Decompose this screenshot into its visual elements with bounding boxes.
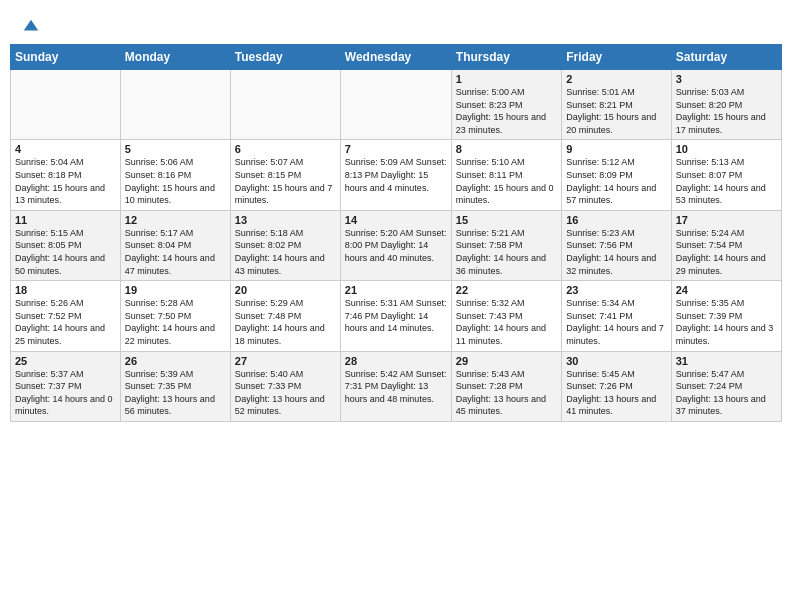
day-number: 16 <box>566 214 666 226</box>
calendar-week-row: 4Sunrise: 5:04 AM Sunset: 8:18 PM Daylig… <box>11 140 782 210</box>
day-number: 27 <box>235 355 336 367</box>
calendar-cell: 10Sunrise: 5:13 AM Sunset: 8:07 PM Dayli… <box>671 140 781 210</box>
day-info: Sunrise: 5:32 AM Sunset: 7:43 PM Dayligh… <box>456 297 557 347</box>
day-info: Sunrise: 5:17 AM Sunset: 8:04 PM Dayligh… <box>125 227 226 277</box>
calendar-cell: 31Sunrise: 5:47 AM Sunset: 7:24 PM Dayli… <box>671 351 781 421</box>
column-header-thursday: Thursday <box>451 45 561 70</box>
day-info: Sunrise: 5:10 AM Sunset: 8:11 PM Dayligh… <box>456 156 557 206</box>
day-number: 8 <box>456 143 557 155</box>
calendar-cell: 23Sunrise: 5:34 AM Sunset: 7:41 PM Dayli… <box>562 281 671 351</box>
column-header-friday: Friday <box>562 45 671 70</box>
day-info: Sunrise: 5:20 AM Sunset: 8:00 PM Dayligh… <box>345 227 447 265</box>
calendar-cell: 1Sunrise: 5:00 AM Sunset: 8:23 PM Daylig… <box>451 70 561 140</box>
page-header <box>10 10 782 40</box>
column-header-saturday: Saturday <box>671 45 781 70</box>
day-info: Sunrise: 5:28 AM Sunset: 7:50 PM Dayligh… <box>125 297 226 347</box>
day-number: 10 <box>676 143 777 155</box>
logo-icon <box>22 18 40 36</box>
day-number: 7 <box>345 143 447 155</box>
calendar-cell <box>340 70 451 140</box>
calendar-cell: 4Sunrise: 5:04 AM Sunset: 8:18 PM Daylig… <box>11 140 121 210</box>
day-info: Sunrise: 5:04 AM Sunset: 8:18 PM Dayligh… <box>15 156 116 206</box>
calendar-cell: 29Sunrise: 5:43 AM Sunset: 7:28 PM Dayli… <box>451 351 561 421</box>
day-number: 2 <box>566 73 666 85</box>
day-number: 13 <box>235 214 336 226</box>
day-info: Sunrise: 5:15 AM Sunset: 8:05 PM Dayligh… <box>15 227 116 277</box>
calendar-cell: 11Sunrise: 5:15 AM Sunset: 8:05 PM Dayli… <box>11 210 121 280</box>
calendar-cell: 5Sunrise: 5:06 AM Sunset: 8:16 PM Daylig… <box>120 140 230 210</box>
svg-marker-0 <box>24 20 38 31</box>
column-header-sunday: Sunday <box>11 45 121 70</box>
calendar-cell: 28Sunrise: 5:42 AM Sunset: 7:31 PM Dayli… <box>340 351 451 421</box>
calendar-cell: 19Sunrise: 5:28 AM Sunset: 7:50 PM Dayli… <box>120 281 230 351</box>
day-info: Sunrise: 5:37 AM Sunset: 7:37 PM Dayligh… <box>15 368 116 418</box>
day-info: Sunrise: 5:34 AM Sunset: 7:41 PM Dayligh… <box>566 297 666 347</box>
day-info: Sunrise: 5:09 AM Sunset: 8:13 PM Dayligh… <box>345 156 447 194</box>
day-number: 30 <box>566 355 666 367</box>
day-info: Sunrise: 5:24 AM Sunset: 7:54 PM Dayligh… <box>676 227 777 277</box>
calendar-cell: 26Sunrise: 5:39 AM Sunset: 7:35 PM Dayli… <box>120 351 230 421</box>
calendar-table: SundayMondayTuesdayWednesdayThursdayFrid… <box>10 44 782 422</box>
calendar-cell <box>120 70 230 140</box>
day-info: Sunrise: 5:39 AM Sunset: 7:35 PM Dayligh… <box>125 368 226 418</box>
calendar-cell <box>230 70 340 140</box>
day-info: Sunrise: 5:40 AM Sunset: 7:33 PM Dayligh… <box>235 368 336 418</box>
day-info: Sunrise: 5:26 AM Sunset: 7:52 PM Dayligh… <box>15 297 116 347</box>
calendar-cell: 27Sunrise: 5:40 AM Sunset: 7:33 PM Dayli… <box>230 351 340 421</box>
column-header-wednesday: Wednesday <box>340 45 451 70</box>
day-number: 23 <box>566 284 666 296</box>
day-info: Sunrise: 5:31 AM Sunset: 7:46 PM Dayligh… <box>345 297 447 335</box>
day-number: 15 <box>456 214 557 226</box>
day-info: Sunrise: 5:07 AM Sunset: 8:15 PM Dayligh… <box>235 156 336 206</box>
calendar-cell: 12Sunrise: 5:17 AM Sunset: 8:04 PM Dayli… <box>120 210 230 280</box>
day-number: 19 <box>125 284 226 296</box>
calendar-cell: 16Sunrise: 5:23 AM Sunset: 7:56 PM Dayli… <box>562 210 671 280</box>
day-info: Sunrise: 5:03 AM Sunset: 8:20 PM Dayligh… <box>676 86 777 136</box>
calendar-cell: 18Sunrise: 5:26 AM Sunset: 7:52 PM Dayli… <box>11 281 121 351</box>
day-info: Sunrise: 5:29 AM Sunset: 7:48 PM Dayligh… <box>235 297 336 347</box>
day-number: 3 <box>676 73 777 85</box>
calendar-cell: 21Sunrise: 5:31 AM Sunset: 7:46 PM Dayli… <box>340 281 451 351</box>
day-number: 22 <box>456 284 557 296</box>
day-number: 11 <box>15 214 116 226</box>
calendar-cell: 13Sunrise: 5:18 AM Sunset: 8:02 PM Dayli… <box>230 210 340 280</box>
day-info: Sunrise: 5:18 AM Sunset: 8:02 PM Dayligh… <box>235 227 336 277</box>
day-info: Sunrise: 5:06 AM Sunset: 8:16 PM Dayligh… <box>125 156 226 206</box>
calendar-week-row: 18Sunrise: 5:26 AM Sunset: 7:52 PM Dayli… <box>11 281 782 351</box>
day-number: 25 <box>15 355 116 367</box>
day-info: Sunrise: 5:13 AM Sunset: 8:07 PM Dayligh… <box>676 156 777 206</box>
day-info: Sunrise: 5:21 AM Sunset: 7:58 PM Dayligh… <box>456 227 557 277</box>
day-info: Sunrise: 5:42 AM Sunset: 7:31 PM Dayligh… <box>345 368 447 406</box>
calendar-week-row: 11Sunrise: 5:15 AM Sunset: 8:05 PM Dayli… <box>11 210 782 280</box>
calendar-cell: 14Sunrise: 5:20 AM Sunset: 8:00 PM Dayli… <box>340 210 451 280</box>
day-number: 4 <box>15 143 116 155</box>
day-number: 17 <box>676 214 777 226</box>
calendar-cell <box>11 70 121 140</box>
day-number: 31 <box>676 355 777 367</box>
day-number: 29 <box>456 355 557 367</box>
calendar-cell: 25Sunrise: 5:37 AM Sunset: 7:37 PM Dayli… <box>11 351 121 421</box>
calendar-cell: 9Sunrise: 5:12 AM Sunset: 8:09 PM Daylig… <box>562 140 671 210</box>
calendar-cell: 6Sunrise: 5:07 AM Sunset: 8:15 PM Daylig… <box>230 140 340 210</box>
day-number: 20 <box>235 284 336 296</box>
day-number: 24 <box>676 284 777 296</box>
day-info: Sunrise: 5:23 AM Sunset: 7:56 PM Dayligh… <box>566 227 666 277</box>
day-number: 14 <box>345 214 447 226</box>
calendar-cell: 17Sunrise: 5:24 AM Sunset: 7:54 PM Dayli… <box>671 210 781 280</box>
column-header-tuesday: Tuesday <box>230 45 340 70</box>
calendar-week-row: 1Sunrise: 5:00 AM Sunset: 8:23 PM Daylig… <box>11 70 782 140</box>
day-number: 5 <box>125 143 226 155</box>
day-info: Sunrise: 5:47 AM Sunset: 7:24 PM Dayligh… <box>676 368 777 418</box>
calendar-cell: 30Sunrise: 5:45 AM Sunset: 7:26 PM Dayli… <box>562 351 671 421</box>
day-number: 28 <box>345 355 447 367</box>
logo <box>20 18 40 36</box>
column-header-monday: Monday <box>120 45 230 70</box>
day-number: 18 <box>15 284 116 296</box>
day-info: Sunrise: 5:00 AM Sunset: 8:23 PM Dayligh… <box>456 86 557 136</box>
calendar-cell: 22Sunrise: 5:32 AM Sunset: 7:43 PM Dayli… <box>451 281 561 351</box>
calendar-cell: 7Sunrise: 5:09 AM Sunset: 8:13 PM Daylig… <box>340 140 451 210</box>
day-info: Sunrise: 5:45 AM Sunset: 7:26 PM Dayligh… <box>566 368 666 418</box>
day-info: Sunrise: 5:12 AM Sunset: 8:09 PM Dayligh… <box>566 156 666 206</box>
day-number: 26 <box>125 355 226 367</box>
day-number: 1 <box>456 73 557 85</box>
